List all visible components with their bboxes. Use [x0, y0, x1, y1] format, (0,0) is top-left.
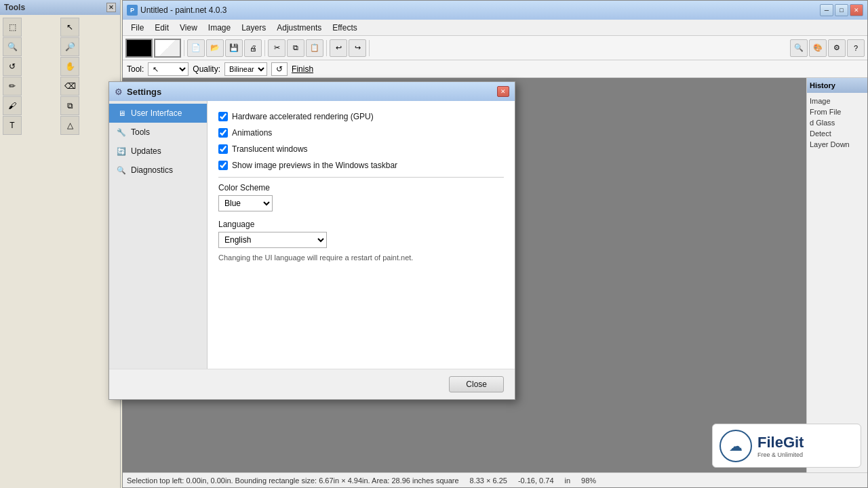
language-select[interactable]: English Français Deutsch Español: [218, 232, 327, 248]
checkbox-gpu[interactable]: [218, 112, 228, 121]
tool-zoom-in[interactable]: 🔍: [3, 37, 22, 56]
maximize-button[interactable]: □: [835, 4, 848, 16]
tool-move[interactable]: ↖: [60, 18, 79, 37]
tools-panel-title: Tools: [4, 3, 25, 12]
tool-undo[interactable]: ↩: [330, 39, 347, 57]
nav-updates[interactable]: 🔄 Updates: [109, 142, 207, 161]
right-panel-item[interactable]: From File: [810, 106, 865, 117]
tool-eraser[interactable]: ⌫: [60, 77, 79, 96]
checkbox-taskbar-label: Show image previews in the Windows taskb…: [232, 161, 397, 170]
dialog-title: Settings: [127, 87, 493, 97]
tool-label: Tool:: [127, 64, 144, 74]
filegit-badge: ☁ FileGit Free & Unlimited: [712, 424, 861, 468]
tool-clone[interactable]: ⧉: [60, 96, 79, 115]
tools-panel-close[interactable]: ✕: [106, 3, 116, 12]
right-panel-item[interactable]: Layer Down: [810, 139, 865, 150]
tool-brush[interactable]: 🖌: [3, 96, 22, 115]
settings-nav: 🖥 User Interface 🔧 Tools 🔄 Updates 🔍 Dia…: [109, 101, 208, 369]
tool-color[interactable]: 🎨: [809, 39, 827, 57]
status-coords: -0.16, 0.74: [518, 476, 554, 485]
tool-redo[interactable]: ↪: [349, 39, 366, 57]
right-panel: History Image From File d Glass Detect L…: [806, 78, 867, 472]
checkbox-translucent[interactable]: [218, 144, 228, 154]
title-bar-buttons: ─ □ ✕: [820, 4, 863, 16]
status-size: 8.33 × 6.25: [470, 476, 507, 485]
quality-selector[interactable]: Bilinear: [224, 62, 267, 76]
tools-panel-header: Tools ✕: [0, 0, 120, 15]
minimize-button[interactable]: ─: [820, 4, 833, 16]
tool-zoom-out[interactable]: 🔎: [60, 37, 79, 56]
settings-content: Hardware accelerated rendering (GPU) Ani…: [208, 101, 515, 369]
right-panel-item[interactable]: Image: [810, 96, 865, 106]
tool-text[interactable]: T: [3, 116, 22, 135]
quality-label: Quality:: [193, 64, 220, 74]
swatch-bg[interactable]: [154, 39, 181, 58]
tool-selector[interactable]: ↖: [148, 62, 189, 76]
checkbox-row-animations: Animations: [218, 128, 504, 138]
menu-adjustments[interactable]: Adjustments: [271, 22, 327, 34]
dialog-close-icon[interactable]: ✕: [497, 86, 509, 97]
tool-rotate[interactable]: ↺: [3, 57, 22, 76]
nav-tools[interactable]: 🔧 Tools: [109, 123, 207, 142]
rotation-control[interactable]: ↺: [271, 62, 288, 76]
tool-zoom-search[interactable]: 🔍: [790, 39, 808, 57]
toolbar-sep-2: [264, 40, 265, 56]
dialog-footer: Close: [109, 369, 515, 399]
tool-settings[interactable]: ⚙: [828, 39, 846, 57]
nav-user-interface-label: User Interface: [131, 108, 182, 118]
section-divider-1: [218, 177, 504, 178]
finish-button[interactable]: Finish: [292, 64, 313, 74]
language-label: Language: [218, 220, 504, 229]
tool-shape[interactable]: △: [60, 116, 79, 135]
tool-help[interactable]: ?: [847, 39, 865, 57]
nav-diagnostics-icon: 🔍: [116, 165, 127, 176]
menu-edit[interactable]: Edit: [149, 22, 174, 34]
tool-select[interactable]: ⬚: [3, 18, 22, 37]
menu-layers[interactable]: Layers: [236, 22, 271, 34]
nav-user-interface[interactable]: 🖥 User Interface: [109, 104, 207, 123]
toolbar-sep-4: [369, 40, 370, 56]
nav-tools-label: Tools: [131, 127, 150, 137]
tool-new[interactable]: 📄: [187, 39, 205, 57]
color-scheme-select[interactable]: Blue Classic Dark: [218, 195, 273, 211]
tool-options-bar: Tool: ↖ Quality: Bilinear ↺ Finish: [123, 60, 867, 78]
tool-copy[interactable]: ⧉: [287, 39, 304, 57]
swatch-fg[interactable]: [125, 39, 153, 58]
tool-cut[interactable]: ✂: [268, 39, 285, 57]
app-icon: P: [127, 5, 138, 16]
menu-view[interactable]: View: [174, 22, 203, 34]
checkbox-row-translucent: Translucent windows: [218, 144, 504, 154]
tool-paste[interactable]: 📋: [306, 39, 323, 57]
checkbox-row-taskbar: Show image previews in the Windows taskb…: [218, 161, 504, 170]
checkbox-taskbar[interactable]: [218, 161, 228, 170]
right-panel-title: History: [810, 81, 835, 89]
checkbox-animations-label: Animations: [232, 128, 272, 138]
status-bar: Selection top left: 0.00in, 0.00in. Boun…: [123, 472, 867, 487]
settings-dialog: ⚙ Settings ✕ 🖥 User Interface 🔧 Tools 🔄 …: [108, 81, 515, 400]
menu-image[interactable]: Image: [203, 22, 236, 34]
tool-print[interactable]: 🖨: [244, 39, 262, 57]
right-panel-item[interactable]: Detect: [810, 128, 865, 139]
menu-bar: File Edit View Image Layers Adjustments …: [123, 20, 867, 36]
window-close-button[interactable]: ✕: [850, 4, 863, 16]
title-bar: P Untitled - paint.net 4.0.3 ─ □ ✕: [123, 1, 867, 20]
tool-save[interactable]: 💾: [225, 39, 243, 57]
checkbox-row-gpu: Hardware accelerated rendering (GPU): [218, 112, 504, 121]
tools-panel: Tools ✕ ⬚ ↖ 🔍 🔎 ↺ ✋ ✏ ⌫ 🖌 ⧉ T △: [0, 0, 121, 488]
status-zoom: 98%: [581, 476, 596, 485]
checkbox-animations[interactable]: [218, 128, 228, 138]
filegit-name: FileGit: [757, 434, 804, 451]
menu-effects[interactable]: Effects: [327, 22, 362, 34]
tool-pencil[interactable]: ✏: [3, 77, 22, 96]
checkbox-translucent-label: Translucent windows: [232, 144, 308, 154]
dialog-close-button[interactable]: Close: [449, 376, 504, 392]
nav-diagnostics-label: Diagnostics: [131, 165, 173, 175]
dialog-icon: ⚙: [115, 87, 123, 97]
right-panel-item[interactable]: d Glass: [810, 117, 865, 128]
nav-diagnostics[interactable]: 🔍 Diagnostics: [109, 161, 207, 180]
tool-pan[interactable]: ✋: [60, 57, 79, 76]
tool-open[interactable]: 📂: [206, 39, 224, 57]
dialog-body: 🖥 User Interface 🔧 Tools 🔄 Updates 🔍 Dia…: [109, 101, 515, 369]
language-hint: Changing the UI language will require a …: [218, 253, 504, 262]
menu-file[interactable]: File: [125, 22, 149, 34]
